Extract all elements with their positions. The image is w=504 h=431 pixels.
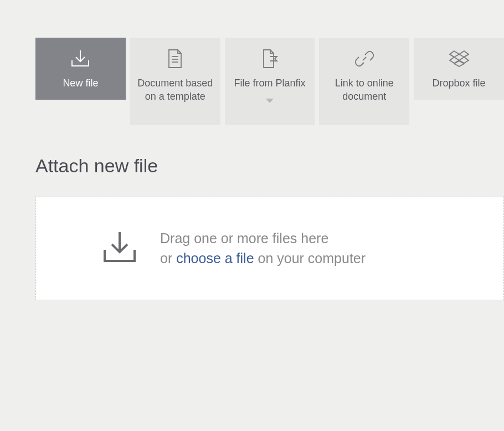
document-icon <box>167 48 183 70</box>
tab-label: New file <box>57 76 104 90</box>
tab-label: Dropbox file <box>427 76 491 90</box>
tab-dropbox-file[interactable]: Dropbox file <box>414 38 504 100</box>
file-flag-icon <box>260 48 279 70</box>
link-icon <box>355 48 374 70</box>
tab-label: File from Planfix <box>228 76 311 90</box>
tab-new-file[interactable]: New file <box>35 38 126 100</box>
dropbox-icon <box>449 48 470 70</box>
tab-label: Document based on a template <box>130 76 220 104</box>
chevron-down-icon <box>266 95 274 105</box>
download-icon <box>101 230 138 266</box>
file-dropzone[interactable]: Drag one or more files here or choose a … <box>35 197 504 300</box>
tab-document-template[interactable]: Document based on a template <box>130 38 220 125</box>
tab-label: Link to online document <box>319 76 409 104</box>
file-source-tabs: New file Document based on a template <box>35 38 504 125</box>
dropzone-line1: Drag one or more files here <box>160 228 366 248</box>
dropzone-text: Drag one or more files here or choose a … <box>160 228 366 269</box>
page-title: Attach new file <box>35 155 504 177</box>
choose-file-link[interactable]: choose a file <box>176 250 254 266</box>
dropzone-line2: or choose a file on your computer <box>160 248 366 268</box>
tab-link-online-document[interactable]: Link to online document <box>319 38 409 125</box>
download-icon <box>70 48 91 70</box>
tab-file-from-planfix[interactable]: File from Planfix <box>225 38 315 125</box>
